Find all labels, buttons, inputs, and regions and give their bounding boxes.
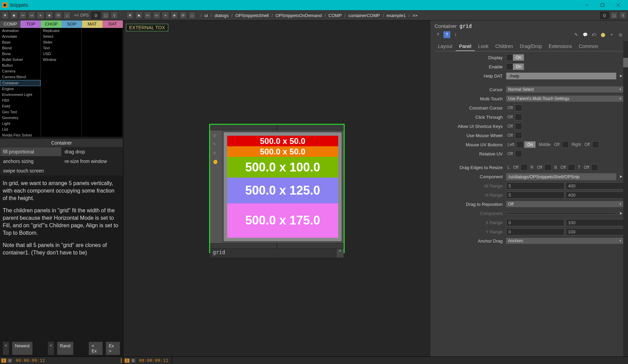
op-item[interactable]: Geometry [0, 115, 41, 121]
op-item[interactable]: Camera [0, 68, 41, 74]
xrange-b[interactable]: 100 [566, 219, 624, 226]
status-S-2[interactable]: S [131, 359, 136, 363]
op-item[interactable]: List [0, 127, 41, 132]
nav-prev2-chevron[interactable]: < [48, 342, 54, 355]
network-view[interactable]: EXTERNAL TOX ◎ ✎ ✕ ✊ 500.0 x 50.0500.0 x… [123, 20, 430, 357]
forward-icon[interactable]: ⇨ [28, 12, 35, 19]
prev-example-button[interactable]: < Ex [89, 342, 103, 355]
op-item[interactable]: Button [0, 63, 41, 68]
param-tab-look[interactable]: Look [475, 42, 492, 51]
newest-button[interactable]: Newest [12, 342, 33, 355]
family-tab-top[interactable]: TOP [20, 20, 41, 28]
mousewheel-toggle[interactable]: Off [506, 132, 522, 139]
nav-prev-chevron[interactable]: < [3, 342, 9, 355]
crumb-item[interactable]: dialogs [213, 13, 230, 18]
crumb-item[interactable]: >> [411, 13, 419, 18]
target-icon[interactable]: ◎ [213, 133, 219, 139]
close-button[interactable] [610, 0, 626, 10]
stop2-icon[interactable]: ■ [135, 12, 143, 19]
op-item[interactable]: Select [41, 34, 81, 39]
target-param-icon[interactable]: ◎ [617, 31, 624, 38]
example-item[interactable]: re-size from window [62, 156, 123, 166]
param-tab-layout[interactable]: Layout [435, 42, 456, 51]
param-tab-children[interactable]: Children [492, 42, 516, 51]
component-input[interactable]: /ui/dialogs/OPSnippetsShell/OPSnip [506, 173, 616, 180]
clickthrough-toggle[interactable]: Off [506, 114, 522, 120]
op-item[interactable]: Slider [41, 39, 81, 45]
op-item[interactable]: Geo Text [0, 109, 41, 115]
op-item[interactable]: Engine [0, 86, 41, 92]
op-item[interactable]: Field [0, 103, 41, 109]
dropdown-icon[interactable]: ▼ [1, 12, 9, 19]
op-item[interactable]: Replicator [41, 28, 81, 34]
home-icon[interactable]: ⌂ [63, 12, 71, 19]
family-tab-sop[interactable]: SOP [62, 20, 82, 28]
mouseuv-middle-toggle[interactable]: MiddleOff [537, 141, 569, 148]
container-node[interactable]: ◎ ✎ ✕ ✊ 500.0 x 50.0500.0 x 50.0500.0 x … [209, 124, 345, 253]
shortcut-toggle[interactable]: Off [506, 123, 522, 130]
constrain-toggle[interactable]: Off [506, 104, 522, 111]
op-item[interactable]: Window [41, 57, 81, 63]
tag-icon[interactable]: 🏷 [591, 31, 597, 38]
dragrepos-dropdown[interactable]: Off [506, 201, 624, 207]
xrange-a[interactable]: 0 [506, 219, 564, 226]
crumb-item[interactable]: COMP [327, 13, 343, 18]
minimize-button[interactable] [579, 0, 595, 10]
plus-param-icon[interactable]: + [608, 31, 615, 38]
family-tab-chop[interactable]: CHOP [41, 20, 61, 28]
wrange-b[interactable]: 400 [566, 182, 624, 189]
example-item[interactable]: swipe touch screen [0, 166, 62, 176]
help-icon[interactable]: ? [435, 31, 441, 38]
anchordrag-dropdown[interactable]: Anchors [506, 238, 624, 244]
mouseuv-right-toggle[interactable]: RightOff [570, 141, 599, 148]
home2-icon[interactable]: ⌂ [188, 12, 196, 19]
yrange-a[interactable]: 0 [506, 228, 564, 235]
status-I-2[interactable]: I [125, 359, 129, 363]
hrange-a[interactable]: 5 [506, 192, 564, 199]
component2-input[interactable] [506, 212, 616, 214]
maximize-button[interactable] [595, 0, 610, 10]
example-item[interactable]: drag drop [62, 147, 123, 156]
op-item[interactable]: Environment Light [0, 92, 41, 98]
op-item[interactable]: Camera Blend [0, 74, 41, 80]
op-item[interactable]: USD [41, 51, 81, 57]
status-I[interactable]: I [1, 359, 6, 363]
stop-icon[interactable]: ■ [10, 12, 18, 19]
param-tab-common[interactable]: Common [575, 42, 601, 51]
crumb-item[interactable]: OPSnippetsOnDemand [274, 13, 323, 18]
crumb-item[interactable]: ui [203, 13, 209, 18]
op-item[interactable]: Text [41, 45, 81, 51]
python-icon[interactable]: ⬤ [599, 31, 606, 38]
forward2-icon[interactable]: ⇨ [153, 12, 160, 19]
rotate2-icon[interactable]: ⟳ [179, 12, 187, 19]
info-icon[interactable]: i [452, 31, 459, 38]
op-item[interactable]: Base [0, 39, 41, 45]
rand-button[interactable]: Rand [57, 342, 74, 355]
enable-toggle[interactable]: On [506, 63, 524, 70]
example-item[interactable]: fill proportional [0, 147, 62, 156]
display-toggle[interactable]: On [506, 54, 524, 61]
star2-icon[interactable]: ★ [171, 12, 178, 19]
edit-icon[interactable]: ✎ [213, 142, 219, 148]
mouseuv-left-toggle[interactable]: Left On [506, 141, 536, 148]
op-item[interactable]: Blend [0, 45, 41, 51]
comment-icon[interactable]: 💬 [582, 31, 588, 38]
rotate-icon[interactable]: ⟳ [54, 12, 62, 19]
breadcrumb[interactable]: /ui/dialogs/OPSnippetsShell/OPSnippetsOn… [197, 13, 599, 18]
op-item[interactable]: Animation [0, 28, 41, 34]
helpdat-input[interactable]: ./help [506, 72, 616, 80]
dropdown2-icon[interactable]: ▼ [126, 12, 134, 19]
crumb-item[interactable]: containerCOMP [347, 13, 381, 18]
status-S[interactable]: S [7, 359, 12, 363]
help2-icon[interactable]: ? [443, 31, 450, 38]
yrange-b[interactable]: 100 [566, 228, 624, 235]
scrollbar-track[interactable] [623, 41, 628, 357]
node-plus-icon[interactable]: + [336, 249, 344, 258]
dragedge-r-toggle[interactable]: ROff [529, 164, 552, 171]
close-icon[interactable]: ✕ [213, 151, 219, 157]
collapse-icon[interactable]: ▢ [102, 12, 109, 19]
pencil-icon[interactable]: ✎ [573, 31, 580, 38]
op-item[interactable]: FBX [0, 98, 41, 103]
star-icon[interactable]: ★ [46, 12, 53, 19]
param-tab-panel[interactable]: Panel [456, 42, 475, 51]
